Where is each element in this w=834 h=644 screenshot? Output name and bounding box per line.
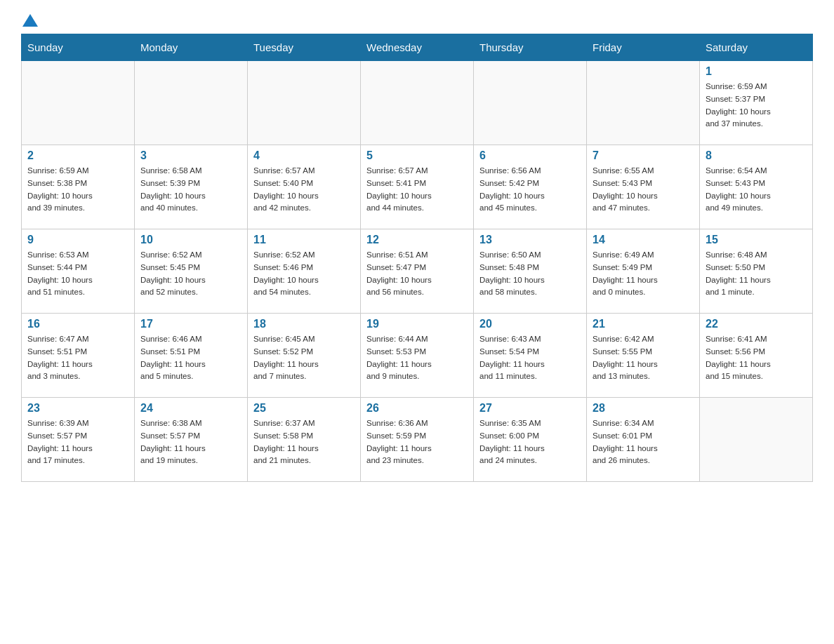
calendar-cell: 26Sunrise: 6:36 AM Sunset: 5:59 PM Dayli… (361, 398, 474, 482)
svg-marker-0 (22, 14, 38, 27)
day-info: Sunrise: 6:51 AM Sunset: 5:47 PM Dayligh… (366, 249, 468, 299)
day-info: Sunrise: 6:38 AM Sunset: 5:57 PM Dayligh… (140, 417, 241, 467)
day-info: Sunrise: 6:41 AM Sunset: 5:56 PM Dayligh… (706, 333, 807, 383)
day-number: 27 (479, 402, 581, 415)
calendar-cell: 3Sunrise: 6:58 AM Sunset: 5:39 PM Daylig… (135, 145, 248, 229)
day-info: Sunrise: 6:45 AM Sunset: 5:52 PM Dayligh… (253, 333, 355, 383)
day-info: Sunrise: 6:49 AM Sunset: 5:49 PM Dayligh… (593, 249, 694, 299)
day-info: Sunrise: 6:56 AM Sunset: 5:42 PM Dayligh… (479, 165, 581, 215)
day-info: Sunrise: 6:37 AM Sunset: 5:58 PM Dayligh… (253, 417, 355, 467)
calendar-cell: 16Sunrise: 6:47 AM Sunset: 5:51 PM Dayli… (22, 314, 135, 398)
calendar-cell: 19Sunrise: 6:44 AM Sunset: 5:53 PM Dayli… (361, 314, 474, 398)
day-number: 26 (366, 402, 468, 415)
day-info: Sunrise: 6:44 AM Sunset: 5:53 PM Dayligh… (366, 333, 468, 383)
day-number: 20 (479, 318, 581, 330)
day-number: 1 (706, 65, 807, 78)
calendar-cell: 17Sunrise: 6:46 AM Sunset: 5:51 PM Dayli… (135, 314, 248, 398)
calendar-cell: 8Sunrise: 6:54 AM Sunset: 5:43 PM Daylig… (700, 145, 813, 229)
day-info: Sunrise: 6:52 AM Sunset: 5:46 PM Dayligh… (253, 249, 355, 299)
day-info: Sunrise: 6:42 AM Sunset: 5:55 PM Dayligh… (593, 333, 694, 383)
calendar-cell (135, 61, 248, 145)
calendar-cell: 15Sunrise: 6:48 AM Sunset: 5:50 PM Dayli… (700, 229, 813, 314)
calendar-cell (361, 61, 474, 145)
day-info: Sunrise: 6:39 AM Sunset: 5:57 PM Dayligh… (27, 417, 128, 467)
calendar-header-row: SundayMondayTuesdayWednesdayThursdayFrid… (22, 34, 813, 61)
day-info: Sunrise: 6:57 AM Sunset: 5:41 PM Dayligh… (366, 165, 468, 215)
day-number: 12 (366, 234, 468, 246)
calendar-cell: 5Sunrise: 6:57 AM Sunset: 5:41 PM Daylig… (361, 145, 474, 229)
day-number: 13 (479, 234, 581, 246)
calendar-cell: 25Sunrise: 6:37 AM Sunset: 5:58 PM Dayli… (248, 398, 361, 482)
column-header-friday: Friday (587, 34, 700, 61)
calendar-cell (22, 61, 135, 145)
calendar-cell: 27Sunrise: 6:35 AM Sunset: 6:00 PM Dayli… (474, 398, 587, 482)
day-number: 17 (140, 318, 241, 330)
day-number: 11 (253, 234, 355, 246)
calendar-cell: 11Sunrise: 6:52 AM Sunset: 5:46 PM Dayli… (248, 229, 361, 314)
calendar-week-row: 1Sunrise: 6:59 AM Sunset: 5:37 PM Daylig… (22, 61, 813, 145)
day-info: Sunrise: 6:54 AM Sunset: 5:43 PM Dayligh… (706, 165, 807, 215)
day-number: 14 (593, 234, 694, 246)
day-info: Sunrise: 6:48 AM Sunset: 5:50 PM Dayligh… (706, 249, 807, 299)
calendar-cell (700, 398, 813, 482)
calendar-cell (248, 61, 361, 145)
day-number: 28 (593, 402, 694, 415)
day-info: Sunrise: 6:43 AM Sunset: 5:54 PM Dayligh… (479, 333, 581, 383)
calendar-cell: 10Sunrise: 6:52 AM Sunset: 5:45 PM Dayli… (135, 229, 248, 314)
calendar-cell: 14Sunrise: 6:49 AM Sunset: 5:49 PM Dayli… (587, 229, 700, 314)
day-info: Sunrise: 6:53 AM Sunset: 5:44 PM Dayligh… (27, 249, 128, 299)
calendar-cell: 2Sunrise: 6:59 AM Sunset: 5:38 PM Daylig… (22, 145, 135, 229)
day-info: Sunrise: 6:46 AM Sunset: 5:51 PM Dayligh… (140, 333, 241, 383)
day-info: Sunrise: 6:59 AM Sunset: 5:37 PM Dayligh… (706, 81, 807, 130)
calendar-cell: 13Sunrise: 6:50 AM Sunset: 5:48 PM Dayli… (474, 229, 587, 314)
column-header-wednesday: Wednesday (361, 34, 474, 61)
day-info: Sunrise: 6:57 AM Sunset: 5:40 PM Dayligh… (253, 165, 355, 215)
day-number: 8 (706, 149, 807, 162)
logo-triangle-icon (22, 14, 38, 27)
day-info: Sunrise: 6:55 AM Sunset: 5:43 PM Dayligh… (593, 165, 694, 215)
calendar-cell: 4Sunrise: 6:57 AM Sunset: 5:40 PM Daylig… (248, 145, 361, 229)
day-number: 22 (706, 318, 807, 330)
column-header-monday: Monday (135, 34, 248, 61)
calendar-week-row: 2Sunrise: 6:59 AM Sunset: 5:38 PM Daylig… (22, 145, 813, 229)
calendar-cell: 28Sunrise: 6:34 AM Sunset: 6:01 PM Dayli… (587, 398, 700, 482)
day-number: 6 (479, 149, 581, 162)
calendar-week-row: 23Sunrise: 6:39 AM Sunset: 5:57 PM Dayli… (22, 398, 813, 482)
calendar-cell (587, 61, 700, 145)
day-number: 4 (253, 149, 355, 162)
day-number: 24 (140, 402, 241, 415)
calendar-cell: 22Sunrise: 6:41 AM Sunset: 5:56 PM Dayli… (700, 314, 813, 398)
day-number: 5 (366, 149, 468, 162)
page-header (21, 14, 813, 27)
calendar-cell: 24Sunrise: 6:38 AM Sunset: 5:57 PM Dayli… (135, 398, 248, 482)
day-number: 18 (253, 318, 355, 330)
calendar-cell (474, 61, 587, 145)
column-header-thursday: Thursday (474, 34, 587, 61)
day-number: 7 (593, 149, 694, 162)
day-number: 15 (706, 234, 807, 246)
day-info: Sunrise: 6:52 AM Sunset: 5:45 PM Dayligh… (140, 249, 241, 299)
calendar-cell: 18Sunrise: 6:45 AM Sunset: 5:52 PM Dayli… (248, 314, 361, 398)
day-number: 16 (27, 318, 128, 330)
calendar-cell: 20Sunrise: 6:43 AM Sunset: 5:54 PM Dayli… (474, 314, 587, 398)
day-number: 19 (366, 318, 468, 330)
day-number: 21 (593, 318, 694, 330)
day-number: 2 (27, 149, 128, 162)
day-info: Sunrise: 6:36 AM Sunset: 5:59 PM Dayligh… (366, 417, 468, 467)
calendar-week-row: 16Sunrise: 6:47 AM Sunset: 5:51 PM Dayli… (22, 314, 813, 398)
column-header-tuesday: Tuesday (248, 34, 361, 61)
day-number: 23 (27, 402, 128, 415)
day-number: 3 (140, 149, 241, 162)
calendar-cell: 12Sunrise: 6:51 AM Sunset: 5:47 PM Dayli… (361, 229, 474, 314)
calendar-cell: 23Sunrise: 6:39 AM Sunset: 5:57 PM Dayli… (22, 398, 135, 482)
calendar-cell: 6Sunrise: 6:56 AM Sunset: 5:42 PM Daylig… (474, 145, 587, 229)
day-number: 10 (140, 234, 241, 246)
day-info: Sunrise: 6:35 AM Sunset: 6:00 PM Dayligh… (479, 417, 581, 467)
logo (21, 14, 38, 27)
day-info: Sunrise: 6:59 AM Sunset: 5:38 PM Dayligh… (27, 165, 128, 215)
calendar-table: SundayMondayTuesdayWednesdayThursdayFrid… (21, 34, 813, 482)
column-header-sunday: Sunday (22, 34, 135, 61)
calendar-week-row: 9Sunrise: 6:53 AM Sunset: 5:44 PM Daylig… (22, 229, 813, 314)
calendar-cell: 21Sunrise: 6:42 AM Sunset: 5:55 PM Dayli… (587, 314, 700, 398)
calendar-cell: 9Sunrise: 6:53 AM Sunset: 5:44 PM Daylig… (22, 229, 135, 314)
